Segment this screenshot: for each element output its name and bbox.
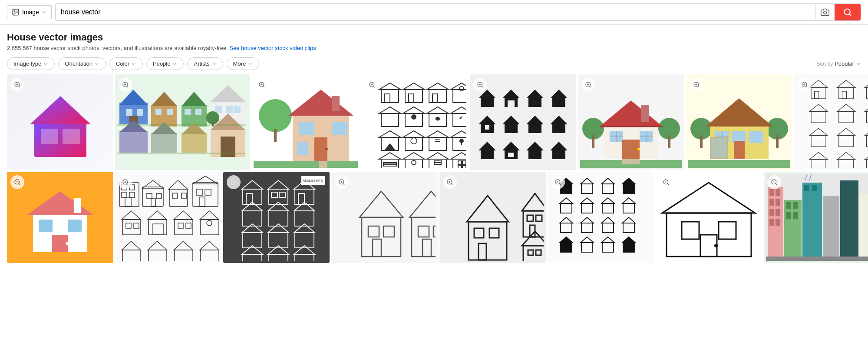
svg-marker-185 [865,104,868,112]
svg-point-110 [412,160,416,165]
image-card-7[interactable] [686,74,792,170]
svg-rect-357 [623,223,634,233]
image-card-15[interactable] [656,172,762,263]
svg-rect-213 [39,220,53,232]
svg-rect-194 [867,136,868,147]
filter-artists[interactable]: Artists [187,57,223,70]
filter-bar: Image type Orientation Color People Arti… [0,53,868,74]
svg-rect-391 [776,189,780,196]
svg-rect-214 [68,220,82,232]
zoom-button-14[interactable] [551,175,565,189]
image-card-5[interactable] [470,74,576,170]
house-svg-3 [254,77,358,168]
svg-rect-409 [840,180,858,257]
search-bar: house vector [55,3,861,21]
image-card-6[interactable] [578,74,684,170]
zoom-button-16[interactable] [767,175,781,189]
svg-rect-260 [175,250,193,261]
chevron-down-icon [43,61,48,67]
svg-rect-61 [297,142,308,155]
svg-marker-90 [379,131,401,137]
svg-line-4 [849,14,851,16]
image-card-2[interactable] [115,74,250,170]
svg-marker-31 [211,85,245,102]
svg-rect-238 [196,189,202,195]
image-card-14[interactable] [548,172,654,263]
svg-marker-100 [451,131,466,137]
svg-rect-135 [641,105,649,122]
svg-rect-353 [581,223,593,233]
zoom-button-10[interactable] [119,175,132,189]
svg-rect-73 [409,94,414,103]
svg-marker-155 [706,98,773,127]
search-button[interactable] [835,4,861,20]
zoom-button-12[interactable] [335,175,349,189]
svg-marker-27 [182,92,207,106]
zoom-button-5[interactable] [473,78,487,92]
svg-text:✓: ✓ [459,116,462,120]
svg-rect-329 [536,250,541,255]
house-svg-11: REAL ESTATE [225,174,327,261]
svg-line-375 [559,183,561,185]
svg-line-206 [806,86,807,87]
svg-marker-183 [837,104,856,112]
svg-rect-402 [793,212,798,219]
search-type-label: Image [22,9,39,16]
svg-marker-368 [622,178,635,184]
zoom-button-9[interactable] [10,175,24,189]
search-type-button[interactable]: Image [7,5,52,19]
svg-rect-249 [175,220,193,235]
zoom-button-6[interactable] [581,78,595,92]
image-card-12[interactable] [331,172,438,263]
svg-marker-197 [809,152,828,160]
svg-marker-6 [30,96,91,124]
svg-marker-85 [427,107,449,113]
header: Image house vector [0,0,868,25]
svg-line-125 [482,86,483,87]
zoom-button-3[interactable] [255,78,269,92]
camera-button[interactable] [815,4,835,20]
svg-rect-405 [812,185,817,191]
zoom-button-2[interactable] [119,78,132,92]
image-card-9[interactable] [7,172,113,263]
image-card-1[interactable] [7,74,113,170]
video-clips-link[interactable]: See house vector stock video clips [229,45,316,51]
zoom-button-8[interactable] [798,78,812,92]
image-card-16[interactable] [764,172,868,263]
svg-rect-224 [122,192,127,197]
svg-rect-363 [602,243,614,252]
svg-rect-309 [418,226,429,237]
svg-rect-304 [368,226,379,237]
zoom-button-1[interactable] [10,78,24,92]
image-card-10[interactable] [115,172,221,263]
svg-rect-212 [74,198,81,213]
svg-rect-319 [489,228,499,238]
image-card-11[interactable]: REAL ESTATE [223,172,330,263]
svg-rect-392 [769,199,774,206]
zoom-button-7[interactable] [690,78,703,92]
svg-rect-401 [786,212,791,219]
svg-rect-410 [859,193,868,257]
sort-value[interactable]: Popular [835,60,861,67]
filter-people[interactable]: People [146,57,184,70]
svg-marker-302 [360,191,403,217]
image-card-13[interactable] [439,172,546,263]
image-card-4[interactable]: ✓ [362,74,468,170]
filter-color[interactable]: Color [109,57,143,70]
search-input[interactable]: house vector [56,4,815,20]
zoom-button-4[interactable] [365,78,379,92]
svg-marker-169 [809,80,828,88]
image-card-8[interactable] [794,74,868,170]
svg-point-79 [459,87,464,91]
filter-orientation[interactable]: Orientation [58,57,106,70]
zoom-button-15[interactable] [659,175,673,189]
zoom-button-13[interactable] [443,175,457,189]
svg-rect-337 [581,184,593,193]
filter-more[interactable]: More [227,57,260,70]
image-card-3[interactable] [251,74,360,170]
house-svg-6 [580,77,682,168]
filter-image-type[interactable]: Image type [7,57,55,70]
svg-rect-58 [332,122,347,135]
svg-rect-246 [149,220,167,235]
zoom-button-11[interactable] [227,175,241,189]
